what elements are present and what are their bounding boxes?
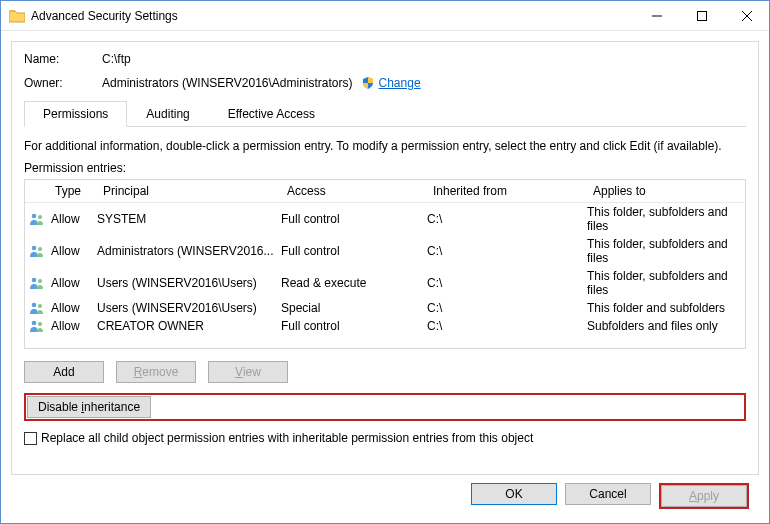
maximize-button[interactable] [679,1,724,30]
change-owner-link[interactable]: Change [379,76,421,90]
col-inherited[interactable]: Inherited from [427,180,587,202]
view-button-label: View [235,365,261,379]
permission-grid: Type Principal Access Inherited from App… [24,179,746,349]
cell-principal: Administrators (WINSERV2016... [97,244,281,258]
ok-button[interactable]: OK [471,483,557,505]
svg-point-10 [38,279,42,283]
tab-permissions[interactable]: Permissions [24,101,127,127]
cancel-button[interactable]: Cancel [565,483,651,505]
cell-applies: Subfolders and files only [587,319,745,333]
principal-icon [25,212,49,226]
cell-principal: Users (WINSERV2016\Users) [97,301,281,315]
replace-checkbox[interactable] [24,432,37,445]
principal-icon [25,244,49,258]
replace-checkbox-label: Replace all child object permission entr… [41,431,533,445]
cell-inherited: C:\ [427,244,587,258]
apply-highlight: Apply [659,483,749,509]
hint-text: For additional information, double-click… [24,139,746,153]
cell-inherited: C:\ [427,301,587,315]
entries-label: Permission entries: [24,161,746,175]
content: Name: C:\ftp Owner: Administrators (WINS… [1,31,769,523]
cell-applies: This folder, subfolders and files [587,269,745,297]
table-row[interactable]: AllowUsers (WINSERV2016\Users)SpecialC:\… [25,299,745,317]
principal-icon [25,319,49,333]
svg-point-12 [38,304,42,308]
svg-point-7 [32,246,37,251]
cell-inherited: C:\ [427,212,587,226]
view-button: View [208,361,288,383]
svg-point-9 [32,278,37,283]
cell-applies: This folder and subfolders [587,301,745,315]
col-access[interactable]: Access [281,180,427,202]
disable-inheritance-highlight: Disable inheritance [24,393,746,421]
add-button[interactable]: Add [24,361,104,383]
table-row[interactable]: AllowSYSTEMFull controlC:\This folder, s… [25,203,745,235]
table-row[interactable]: AllowUsers (WINSERV2016\Users)Read & exe… [25,267,745,299]
disable-inheritance-button[interactable]: Disable inheritance [27,396,151,418]
shield-icon [361,76,375,90]
grid-body: AllowSYSTEMFull controlC:\This folder, s… [25,203,745,335]
svg-point-6 [38,215,42,219]
owner-label: Owner: [24,76,102,90]
grid-buttons: Add Remove View [24,361,746,383]
name-value: C:\ftp [102,52,131,66]
dialog-footer: OK Cancel Apply [11,475,759,517]
cell-principal: CREATOR OWNER [97,319,281,333]
cell-inherited: C:\ [427,276,587,290]
col-type[interactable]: Type [49,180,97,202]
svg-rect-0 [9,10,15,12]
cell-inherited: C:\ [427,319,587,333]
tab-auditing[interactable]: Auditing [127,101,208,127]
apply-button: Apply [661,485,747,507]
svg-point-5 [32,214,37,219]
minimize-button[interactable] [634,1,679,30]
apply-button-label: Apply [689,489,719,503]
cell-access: Special [281,301,427,315]
inner-panel: Name: C:\ftp Owner: Administrators (WINS… [11,41,759,475]
name-row: Name: C:\ftp [24,52,746,66]
cell-access: Full control [281,212,427,226]
tab-effective-access[interactable]: Effective Access [209,101,334,127]
add-button-label: Add [53,365,74,379]
window: Advanced Security Settings Name: C:\ftp … [0,0,770,524]
close-button[interactable] [724,1,769,30]
owner-row: Owner: Administrators (WINSERV2016\Admin… [24,76,746,90]
cell-applies: This folder, subfolders and files [587,237,745,265]
col-icon-spacer [25,180,49,202]
svg-point-8 [38,247,42,251]
cell-principal: SYSTEM [97,212,281,226]
grid-header: Type Principal Access Inherited from App… [25,180,745,203]
cell-type: Allow [49,212,97,226]
cell-access: Read & execute [281,276,427,290]
cell-applies: This folder, subfolders and files [587,205,745,233]
disable-inheritance-label: Disable inheritance [38,400,140,414]
titlebar: Advanced Security Settings [1,1,769,31]
table-row[interactable]: AllowCREATOR OWNERFull controlC:\Subfold… [25,317,745,335]
owner-value: Administrators (WINSERV2016\Administrato… [102,76,353,90]
col-applies[interactable]: Applies to [587,180,745,202]
cell-type: Allow [49,244,97,258]
window-controls [634,1,769,30]
svg-point-11 [32,303,37,308]
name-label: Name: [24,52,102,66]
remove-button: Remove [116,361,196,383]
cell-type: Allow [49,319,97,333]
cell-principal: Users (WINSERV2016\Users) [97,276,281,290]
svg-point-13 [32,321,37,326]
principal-icon [25,276,49,290]
replace-checkbox-row: Replace all child object permission entr… [24,431,746,445]
principal-icon [25,301,49,315]
cell-access: Full control [281,319,427,333]
svg-point-14 [38,322,42,326]
svg-rect-2 [697,11,706,20]
remove-button-label: Remove [134,365,179,379]
folder-icon [9,9,25,23]
tabs: Permissions Auditing Effective Access [24,100,746,127]
cell-access: Full control [281,244,427,258]
table-row[interactable]: AllowAdministrators (WINSERV2016...Full … [25,235,745,267]
window-title: Advanced Security Settings [31,9,634,23]
cell-type: Allow [49,276,97,290]
cell-type: Allow [49,301,97,315]
col-principal[interactable]: Principal [97,180,281,202]
